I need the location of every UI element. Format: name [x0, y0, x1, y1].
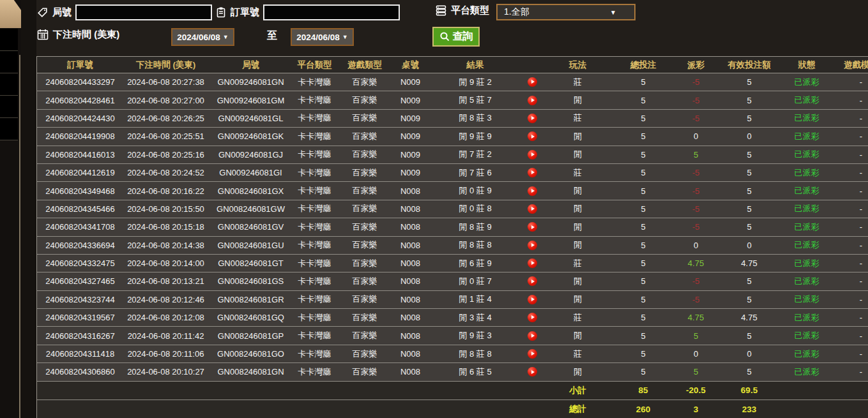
play-icon[interactable]	[528, 131, 537, 141]
table-row: 240608204327465 2024-06-08 20:13:21 GN00…	[37, 272, 868, 290]
cell-game: 百家樂	[336, 185, 393, 197]
table-row: 240608204424430 2024-06-08 20:26:25 GN00…	[37, 110, 868, 128]
cell-order: 240608204341708	[37, 222, 123, 232]
platform-select[interactable]: 1.全部 ▼	[496, 4, 636, 20]
cell-replay	[523, 349, 541, 359]
chevron-down-icon: ▼	[342, 34, 348, 40]
cell-status: 已派彩	[779, 276, 835, 287]
cell-platform: 卡卡灣廳	[293, 276, 336, 287]
search-button-label: 查詢	[453, 30, 473, 43]
platform-label: 平台類型	[451, 4, 489, 17]
cell-payout: -5	[672, 114, 720, 123]
cell-payout: -5	[672, 77, 720, 87]
cell-play: 閒	[541, 203, 614, 214]
cell-game: 百家樂	[336, 366, 393, 378]
play-icon[interactable]	[528, 114, 537, 123]
cell-replay	[523, 131, 541, 141]
cell-game: 百家樂	[336, 77, 393, 88]
cell-platform: 卡卡灣廳	[293, 94, 336, 106]
cell-mode: -	[835, 276, 868, 286]
cell-mode: -	[835, 367, 868, 377]
cell-time: 2024-06-08 20:25:51	[123, 131, 208, 141]
cell-order: 240608204306860	[37, 367, 123, 377]
bet-time-label: 下注時間 (美東)	[53, 29, 119, 41]
round-input[interactable]	[75, 4, 212, 20]
cell-game: 百家樂	[336, 276, 393, 287]
cell-time: 2024-06-08 20:10:27	[123, 367, 208, 377]
table-row: 240608204412619 2024-06-08 20:24:52 GN00…	[37, 164, 868, 182]
play-icon[interactable]	[528, 295, 537, 304]
play-icon[interactable]	[528, 222, 537, 232]
cell-game: 百家樂	[336, 330, 393, 341]
cell-mode: -	[835, 241, 868, 250]
cell-total-bet: 5	[614, 241, 672, 250]
cell-replay	[523, 241, 541, 250]
cell-total-bet: 5	[614, 367, 672, 377]
cell-table-no: N009	[393, 131, 427, 141]
play-icon[interactable]	[528, 241, 537, 250]
date-to-value: 2024/06/08	[296, 33, 340, 42]
cell-table-no: N008	[393, 276, 427, 286]
cell-replay	[523, 222, 541, 232]
play-icon[interactable]	[528, 150, 537, 160]
play-icon[interactable]	[528, 204, 537, 214]
total-total-bet: 260	[614, 405, 672, 414]
play-icon[interactable]	[528, 96, 537, 105]
cell-table-no: N008	[393, 241, 427, 250]
cell-valid-bet: 5	[720, 276, 779, 286]
date-from-picker[interactable]: 2024/06/08 ▼	[171, 28, 234, 46]
cell-valid-bet: 5	[720, 331, 779, 341]
table-row: 240608204428461 2024-06-08 20:27:00 GN00…	[37, 91, 868, 109]
cell-time: 2024-06-08 20:15:18	[123, 222, 208, 232]
cell-replay	[523, 96, 541, 105]
cell-payout: 4.75	[672, 313, 720, 322]
play-icon[interactable]	[528, 186, 537, 196]
cell-order: 240608204412619	[37, 168, 123, 177]
play-icon[interactable]	[528, 349, 537, 359]
cell-replay	[523, 168, 541, 177]
cell-order: 240608204332475	[37, 258, 123, 268]
cell-table-no: N008	[393, 186, 427, 196]
calendar-icon	[36, 28, 49, 41]
date-from-value: 2024/06/08	[177, 33, 220, 42]
play-icon[interactable]	[528, 367, 537, 377]
cell-valid-bet: 4.75	[720, 313, 779, 322]
order-input[interactable]	[263, 4, 400, 20]
cell-valid-bet: 5	[720, 168, 779, 177]
cell-order: 240608204428461	[37, 96, 123, 105]
play-icon[interactable]	[528, 77, 537, 87]
cell-time: 2024-06-08 20:11:42	[123, 331, 208, 341]
cell-play: 閒	[541, 149, 614, 160]
cell-mode: -	[835, 204, 868, 214]
cell-result: 閒 8 莊 9	[427, 221, 523, 233]
cell-play: 閒	[541, 94, 614, 106]
cell-replay	[523, 367, 541, 377]
cell-order: 240608204319567	[37, 313, 123, 322]
cell-mode: -	[835, 186, 868, 196]
cell-order: 240608204424430	[37, 114, 123, 123]
play-icon[interactable]	[528, 258, 537, 268]
total-valid-bet: 233	[720, 405, 779, 414]
play-icon[interactable]	[528, 276, 537, 286]
cell-payout: -5	[672, 204, 720, 214]
cell-total-bet: 5	[614, 96, 672, 105]
cell-game: 百家樂	[336, 221, 393, 233]
cell-round: GN008246081GV	[208, 222, 293, 232]
cell-valid-bet: 5	[720, 295, 779, 304]
date-to-picker[interactable]: 2024/06/08 ▼	[291, 28, 354, 46]
search-button[interactable]: 查詢	[432, 27, 480, 47]
cell-status: 已派彩	[779, 348, 835, 360]
cell-play: 莊	[541, 348, 614, 360]
cell-valid-bet: 5	[720, 186, 779, 196]
cell-payout: -5	[672, 168, 720, 177]
play-icon[interactable]	[528, 331, 537, 341]
table-row: 240608204345466 2024-06-08 20:15:50 GN00…	[37, 200, 868, 218]
play-icon[interactable]	[528, 168, 537, 177]
cell-game: 百家樂	[336, 203, 393, 214]
cell-replay	[523, 77, 541, 87]
table-row: 240608204349468 2024-06-08 20:16:22 GN00…	[37, 182, 868, 200]
cell-valid-bet: 0	[720, 241, 779, 250]
play-icon[interactable]	[528, 313, 537, 322]
cell-mode: -	[835, 77, 868, 87]
cell-platform: 卡卡灣廳	[293, 330, 336, 341]
